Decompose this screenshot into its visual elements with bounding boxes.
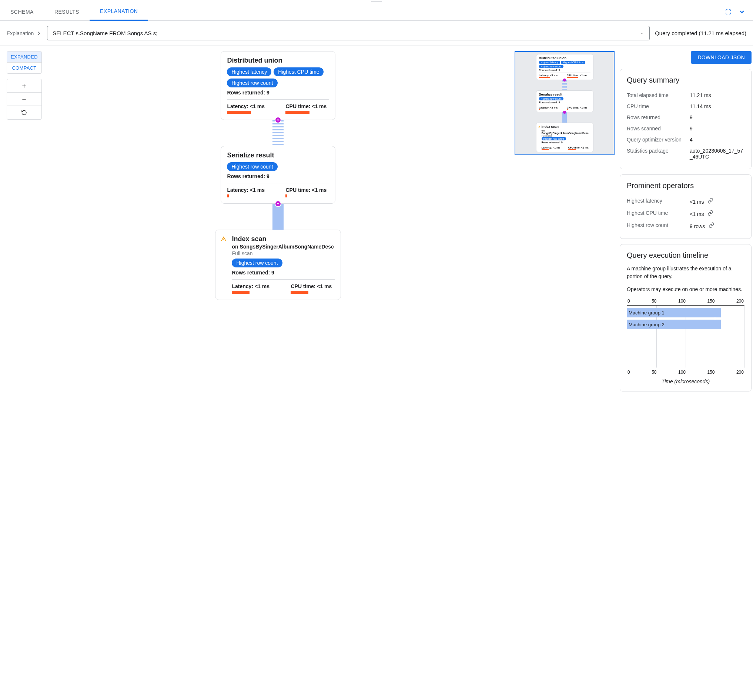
query-text: SELECT s.SongName FROM Songs AS s; xyxy=(53,30,157,36)
mini-bar xyxy=(542,149,549,150)
prominent-key: Highest row count xyxy=(627,222,690,229)
plan-node-serialize-result[interactable]: Serialize result Highest row count Rows … xyxy=(221,146,335,204)
mini-lat: Latency: <1 ms xyxy=(539,106,563,109)
mini-dot xyxy=(563,78,566,81)
cpu-bar xyxy=(285,194,287,197)
chevron-down-icon xyxy=(276,118,280,122)
summary-val: 11.14 ms xyxy=(690,103,745,109)
warning-icon: ▲ xyxy=(538,125,541,128)
mini-sub2: Full scan xyxy=(542,134,591,137)
minus-icon xyxy=(21,96,27,102)
tick: 0 xyxy=(628,298,630,304)
pill-highest-rows: Highest row count xyxy=(227,162,277,171)
connector-toggle[interactable] xyxy=(275,117,281,123)
latency-label: Latency: <1 ms xyxy=(232,283,276,289)
prominent-key: Highest latency xyxy=(627,198,690,205)
reset-icon xyxy=(21,109,27,116)
tab-schema[interactable]: SCHEMA xyxy=(0,3,44,21)
mini-title: Serialize result xyxy=(539,92,591,96)
chart-xlabel: Time (microseconds) xyxy=(627,378,745,384)
mini-bar xyxy=(568,149,576,150)
cpu-label: CPU time: <1 ms xyxy=(291,283,335,289)
tick: 50 xyxy=(652,370,656,375)
query-select[interactable]: SELECT s.SongName FROM Songs AS s; xyxy=(47,26,650,41)
pill-highest-latency: Highest latency xyxy=(227,67,271,76)
pill-highest-cpu: Highest CPU time xyxy=(274,67,324,76)
mini-cpu: CPU time: <1 ms xyxy=(567,74,591,77)
timeline-bar-group-2[interactable]: Machine group 2 xyxy=(627,320,721,329)
mini-pill: Highest latency xyxy=(539,61,561,64)
plan-flow[interactable]: Distributed union Highest latency Highes… xyxy=(47,51,510,300)
minimap[interactable]: Distributed union Highest latency Highes… xyxy=(514,51,614,155)
mini-kv: Rows returned: 9 xyxy=(539,101,591,104)
timeline-bar-group-1[interactable]: Machine group 1 xyxy=(627,308,721,317)
download-json-button[interactable]: DOWNLOAD JSON xyxy=(691,51,751,64)
view-compact-button[interactable]: COMPACT xyxy=(7,62,42,73)
summary-key: Query optimizer version xyxy=(627,137,690,142)
tick: 200 xyxy=(736,298,744,304)
summary-val: 11.21 ms xyxy=(690,92,745,98)
node-title: Serialize result xyxy=(227,152,329,159)
zoom-out-button[interactable] xyxy=(7,92,42,106)
chevron-down-icon[interactable] xyxy=(738,8,745,16)
rows-returned: Rows returned: 9 xyxy=(232,270,335,275)
fullscreen-icon[interactable] xyxy=(725,8,731,15)
dropdown-caret-icon xyxy=(640,31,644,36)
panel-title: Query execution timeline xyxy=(627,251,745,259)
mini-title: Index scan xyxy=(542,125,591,128)
latency-bar xyxy=(227,194,229,197)
cpu-bar xyxy=(285,111,310,114)
link-icon[interactable] xyxy=(708,211,713,217)
mini-bar xyxy=(539,109,540,110)
mini-pill: Highest row count xyxy=(539,65,563,68)
breadcrumb: Explanation xyxy=(7,30,42,36)
zoom-in-button[interactable] xyxy=(7,79,42,92)
query-bar: Explanation SELECT s.SongName FROM Songs… xyxy=(0,21,753,46)
tick: 150 xyxy=(707,298,714,304)
tick: 200 xyxy=(736,370,744,375)
link-icon[interactable] xyxy=(709,223,714,229)
connector xyxy=(273,120,284,146)
prominent-val: <1 ms xyxy=(690,198,745,205)
summary-val: auto_20230608_17_57_46UTC xyxy=(690,148,745,159)
rows-returned: Rows returned: 9 xyxy=(227,90,329,95)
mini-kv: Rows returned: 9 xyxy=(542,141,591,144)
connector xyxy=(273,204,284,230)
mini-pill: Highest row count xyxy=(539,97,563,100)
link-icon[interactable] xyxy=(708,199,713,205)
query-summary-panel: Query summary Total elapsed time11.21 ms… xyxy=(620,69,751,169)
mini-cpu: CPU time: <1 ms xyxy=(567,106,591,109)
tick: 0 xyxy=(628,370,630,375)
summary-val: 4 xyxy=(690,137,745,142)
tabs-bar: SCHEMA RESULTS EXPLANATION xyxy=(0,3,753,21)
prominent-val: 9 rows xyxy=(690,222,745,229)
execution-timeline-panel: Query execution timeline A machine group… xyxy=(620,244,751,392)
chevron-right-icon xyxy=(36,30,42,36)
summary-key: Statistics package xyxy=(627,148,690,159)
node-subtitle-on: on SongsBySingerAlbumSongNameDesc xyxy=(232,244,335,250)
summary-key: Rows returned xyxy=(627,114,690,120)
latency-bar xyxy=(232,291,249,294)
warning-icon xyxy=(221,236,226,243)
mini-node: Distributed union Highest latency Highes… xyxy=(536,54,594,80)
mini-kv: Rows returned: 9 xyxy=(539,69,591,72)
cpu-label: CPU time: <1 ms xyxy=(285,187,329,193)
tab-explanation[interactable]: EXPLANATION xyxy=(90,3,148,21)
latency-bar xyxy=(227,111,251,114)
mini-bar xyxy=(567,109,568,110)
plan-node-index-scan[interactable]: Index scan on SongsBySingerAlbumSongName… xyxy=(215,230,341,300)
mini-dot xyxy=(563,111,566,114)
tick: 50 xyxy=(652,298,656,304)
node-subtitle-fullscan: Full scan xyxy=(232,250,335,256)
tab-results[interactable]: RESULTS xyxy=(44,3,90,21)
mini-lat: Latency: <1 ms xyxy=(542,146,564,149)
plan-node-distributed-union[interactable]: Distributed union Highest latency Highes… xyxy=(221,51,335,120)
view-expanded-button[interactable]: EXPANDED xyxy=(7,52,42,62)
breadcrumb-label: Explanation xyxy=(7,30,34,36)
cpu-label: CPU time: <1 ms xyxy=(285,103,329,109)
connector-toggle[interactable] xyxy=(275,200,281,207)
resize-handle[interactable] xyxy=(371,1,382,2)
reset-view-button[interactable] xyxy=(7,106,42,119)
panel-title: Prominent operators xyxy=(627,181,745,190)
summary-val: 9 xyxy=(690,125,745,131)
